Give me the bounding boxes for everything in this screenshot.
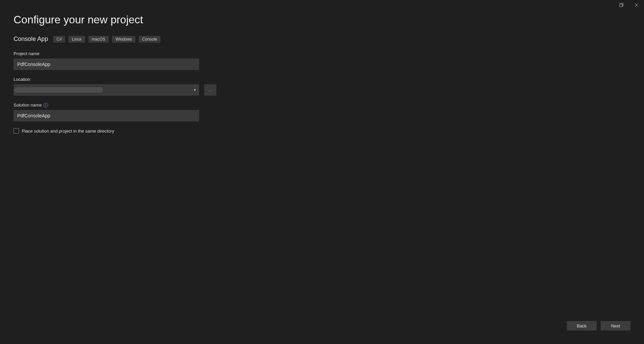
tag-windows: Windows bbox=[112, 36, 135, 43]
dialog-footer: Back Next bbox=[567, 321, 630, 330]
location-group: Location ▼ ... bbox=[14, 77, 630, 96]
svg-rect-1 bbox=[620, 4, 622, 7]
next-button[interactable]: Next bbox=[601, 321, 630, 330]
template-tags: C# Linux macOS Windows Console bbox=[53, 36, 160, 43]
close-icon bbox=[635, 3, 639, 7]
restore-window-button[interactable] bbox=[614, 0, 629, 10]
solution-name-label-text: Solution name bbox=[14, 102, 42, 108]
solution-name-input[interactable] bbox=[14, 110, 199, 121]
template-name: Console App bbox=[14, 36, 48, 43]
location-redacted bbox=[14, 87, 103, 93]
project-name-group: Project name bbox=[14, 51, 630, 70]
template-row: Console App C# Linux macOS Windows Conso… bbox=[14, 36, 630, 43]
tag-linux: Linux bbox=[68, 36, 85, 43]
browse-location-button[interactable]: ... bbox=[204, 84, 216, 96]
project-name-input[interactable] bbox=[14, 59, 199, 70]
tag-console: Console bbox=[139, 36, 160, 43]
solution-name-label: Solution name i bbox=[14, 102, 630, 108]
info-icon[interactable]: i bbox=[43, 103, 48, 108]
solution-name-group: Solution name i bbox=[14, 102, 630, 121]
restore-icon bbox=[619, 3, 623, 7]
same-directory-label[interactable]: Place solution and project in the same d… bbox=[22, 129, 114, 134]
page-title: Configure your new project bbox=[14, 14, 630, 26]
dialog-content: Configure your new project Console App C… bbox=[0, 0, 644, 134]
close-window-button[interactable] bbox=[629, 0, 644, 10]
same-directory-checkbox[interactable] bbox=[14, 128, 19, 134]
location-label: Location bbox=[14, 77, 630, 82]
project-name-label: Project name bbox=[14, 51, 630, 56]
same-directory-row: Place solution and project in the same d… bbox=[14, 128, 630, 134]
tag-csharp: C# bbox=[53, 36, 65, 43]
back-button[interactable]: Back bbox=[567, 321, 597, 330]
tag-macos: macOS bbox=[88, 36, 109, 43]
window-controls bbox=[614, 0, 644, 10]
